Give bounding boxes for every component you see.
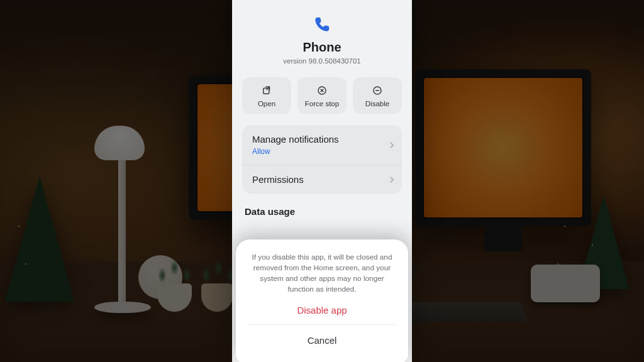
- svg-rect-0: [264, 88, 269, 94]
- force-stop-button[interactable]: Force stop: [297, 77, 347, 114]
- manage-notifications-status: Allow: [252, 147, 392, 156]
- disable-button[interactable]: Disable: [353, 77, 402, 114]
- disable-icon: [372, 85, 383, 96]
- app-name: Phone: [242, 40, 402, 55]
- force-stop-icon: [316, 85, 328, 96]
- settings-group: Manage notifications Allow Permissions: [242, 125, 402, 194]
- app-version: version 98.0.508430701: [242, 57, 402, 65]
- data-usage-section: Data usage: [242, 206, 402, 217]
- disable-app-button[interactable]: Disable app: [247, 295, 397, 324]
- force-stop-label: Force stop: [305, 100, 339, 107]
- permissions-item[interactable]: Permissions: [242, 165, 402, 194]
- phone-screen: Phone version 98.0.508430701 Open Force …: [232, 0, 412, 362]
- disable-app-dialog: If you disable this app, it will be clos…: [236, 239, 408, 362]
- cancel-button[interactable]: Cancel: [247, 324, 397, 354]
- permissions-title: Permissions: [252, 174, 392, 185]
- open-label: Open: [258, 100, 275, 107]
- open-icon: [261, 85, 272, 96]
- manage-notifications-item[interactable]: Manage notifications Allow: [242, 125, 402, 165]
- dialog-message: If you disable this app, it will be clos…: [247, 252, 397, 295]
- phone-app-icon: [313, 15, 331, 34]
- open-button[interactable]: Open: [242, 77, 291, 114]
- action-row: Open Force stop Disable: [242, 77, 402, 114]
- manage-notifications-title: Manage notifications: [252, 134, 392, 145]
- disable-label: Disable: [365, 100, 389, 107]
